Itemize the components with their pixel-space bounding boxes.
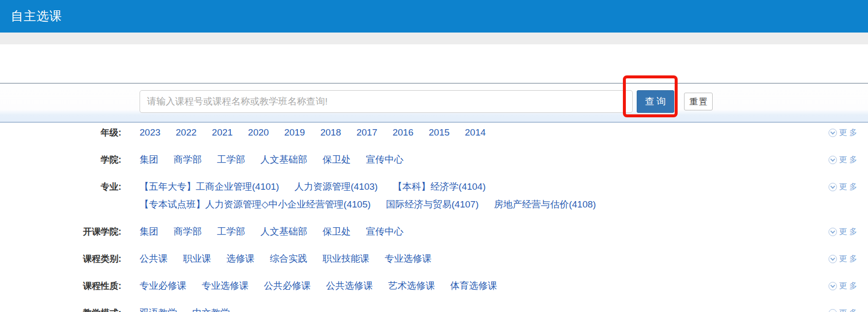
filter-label: 学院: (0, 154, 121, 165)
filter-row: 课程性质: 专业必修课专业选修课公共必修课公共选修课艺术选修课体育选修课 更多 (0, 276, 868, 303)
filter-option-link[interactable]: 人力资源管理(4103) (294, 181, 378, 192)
filter-option-link[interactable]: 2014 (465, 127, 486, 138)
filter-option-link[interactable]: 集团 (140, 226, 158, 237)
filter-line: 【专本试点班】人力资源管理◇中小企业经营管理(4105)国际经济与贸易(4107… (140, 199, 809, 210)
filter-option-link[interactable]: 2023 (140, 127, 160, 138)
filter-row: 课程类别: 公共课职业课选修课综合实践职业技能课专业选修课 更多 (0, 249, 868, 276)
filter-option-link[interactable]: 职业课 (183, 253, 211, 264)
header-substrip (0, 33, 868, 44)
more-label: 更多 (839, 308, 860, 312)
filter-option-link[interactable]: 宣传中心 (366, 154, 403, 165)
chevron-down-icon (829, 156, 837, 164)
filter-row: 开课学院: 集团商学部工学部人文基础部保卫处宣传中心 更多 (0, 222, 868, 249)
filter-option-link[interactable]: 2022 (176, 127, 196, 138)
more-label: 更多 (839, 226, 860, 237)
filter-lines: 集团商学部工学部人文基础部保卫处宣传中心 (140, 154, 809, 165)
filter-lines: 【五年大专】工商企业管理(4101)人力资源管理(4103)【本科】经济学(41… (140, 181, 809, 210)
chevron-down-icon (829, 183, 837, 191)
more-link[interactable]: 更多 (829, 226, 860, 237)
filter-option-link[interactable]: 2016 (393, 127, 413, 138)
more-link[interactable]: 更多 (829, 308, 860, 312)
search-panel: 查询 重置 (0, 83, 868, 123)
more-link[interactable]: 更多 (829, 253, 860, 264)
filter-option-link[interactable]: 商学部 (174, 226, 202, 237)
filter-label: 课程性质: (0, 280, 121, 291)
filter-lines: 2023202220212020201920182017201620152014 (140, 127, 809, 138)
filter-option-link[interactable]: 专业选修课 (385, 253, 432, 264)
more-link[interactable]: 更多 (829, 280, 860, 291)
more-label: 更多 (839, 280, 860, 291)
filter-option-link[interactable]: 专业选修课 (202, 280, 249, 291)
filter-panel: 年级: 202320222021202020192018201720162015… (0, 123, 868, 312)
filter-option-link[interactable]: 中文教学 (192, 308, 230, 312)
filter-option-link[interactable]: 集团 (140, 154, 158, 165)
filter-option-link[interactable]: 公共课 (140, 253, 168, 264)
filter-option-link[interactable]: 2019 (284, 127, 305, 138)
filter-line: 专业必修课专业选修课公共必修课公共选修课艺术选修课体育选修课 (140, 280, 809, 291)
filter-option-link[interactable]: 人文基础部 (260, 226, 307, 237)
filter-option-link[interactable]: 综合实践 (270, 253, 307, 264)
filter-option-link[interactable]: 职业技能课 (323, 253, 369, 264)
filter-option-link[interactable]: 专业必修课 (140, 280, 186, 291)
filter-option-link[interactable]: 房地产经营与估价(4108) (494, 199, 596, 210)
spacer (0, 44, 868, 83)
filter-option-link[interactable]: 【五年大专】工商企业管理(4101) (140, 181, 279, 192)
filter-lines: 集团商学部工学部人文基础部保卫处宣传中心 (140, 226, 809, 237)
filter-option-link[interactable]: 保卫处 (323, 226, 351, 237)
filter-option-link[interactable]: 【专本试点班】人力资源管理◇中小企业经营管理(4105) (140, 199, 371, 210)
chevron-down-icon (829, 129, 837, 137)
filter-row: 教学模式: 双语教学中文教学 更多 (0, 303, 868, 312)
filter-option-link[interactable]: 艺术选修课 (388, 280, 435, 291)
more-link[interactable]: 更多 (829, 127, 860, 138)
more-link[interactable]: 更多 (829, 154, 860, 165)
more-link[interactable]: 更多 (829, 181, 860, 192)
filter-option-link[interactable]: 选修课 (226, 253, 254, 264)
filter-line: 双语教学中文教学 (140, 308, 809, 312)
filter-label: 课程类别: (0, 253, 121, 264)
filter-label: 开课学院: (0, 226, 121, 237)
filter-row: 专业: 【五年大专】工商企业管理(4101)人力资源管理(4103)【本科】经济… (0, 177, 868, 222)
filter-option-link[interactable]: 国际经济与贸易(4107) (386, 199, 479, 210)
filter-line: 集团商学部工学部人文基础部保卫处宣传中心 (140, 226, 809, 237)
filter-option-link[interactable]: 2021 (212, 127, 233, 138)
more-label: 更多 (839, 154, 860, 165)
page-title: 自主选课 (0, 0, 868, 24)
filter-option-link[interactable]: 保卫处 (323, 154, 351, 165)
filter-option-link[interactable]: 体育选修课 (450, 280, 497, 291)
filter-option-link[interactable]: 工学部 (217, 226, 245, 237)
filter-row: 年级: 202320222021202020192018201720162015… (0, 123, 868, 150)
filter-lines: 双语教学中文教学 (140, 308, 809, 312)
filter-option-link[interactable]: 2020 (248, 127, 269, 138)
filter-option-link[interactable]: 公共必修课 (264, 280, 311, 291)
chevron-down-icon (829, 282, 837, 290)
chevron-down-icon (829, 309, 837, 312)
filter-option-link[interactable]: 商学部 (174, 154, 202, 165)
filter-option-link[interactable]: 2018 (320, 127, 341, 138)
filter-option-link[interactable]: 工学部 (217, 154, 245, 165)
filter-row: 学院: 集团商学部工学部人文基础部保卫处宣传中心 更多 (0, 150, 868, 177)
query-button[interactable]: 查询 (637, 90, 674, 113)
filter-line: 2023202220212020201920182017201620152014 (140, 127, 809, 138)
chevron-down-icon (829, 255, 837, 263)
page-header: 自主选课 (0, 0, 868, 33)
filter-option-link[interactable]: 公共选修课 (326, 280, 373, 291)
filter-line: 公共课职业课选修课综合实践职业技能课专业选修课 (140, 253, 809, 264)
filter-option-link[interactable]: 2017 (357, 127, 377, 138)
search-form: 查询 重置 (0, 84, 868, 113)
filter-lines: 专业必修课专业选修课公共必修课公共选修课艺术选修课体育选修课 (140, 280, 809, 291)
search-input[interactable] (140, 90, 633, 113)
filter-label: 教学模式: (0, 308, 121, 312)
chevron-down-icon (829, 228, 837, 236)
filter-option-link[interactable]: 双语教学 (140, 308, 177, 312)
filter-option-link[interactable]: 2015 (429, 127, 449, 138)
filter-option-link[interactable]: 宣传中心 (366, 226, 403, 237)
reset-button[interactable]: 重置 (684, 93, 713, 110)
filter-label: 专业: (0, 181, 121, 192)
more-label: 更多 (839, 253, 860, 264)
filter-option-link[interactable]: 人文基础部 (260, 154, 307, 165)
filter-label: 年级: (0, 127, 121, 138)
filter-option-link[interactable]: 【本科】经济学(4104) (393, 181, 486, 192)
more-label: 更多 (839, 127, 860, 138)
filter-lines: 公共课职业课选修课综合实践职业技能课专业选修课 (140, 253, 809, 264)
more-label: 更多 (839, 181, 860, 192)
